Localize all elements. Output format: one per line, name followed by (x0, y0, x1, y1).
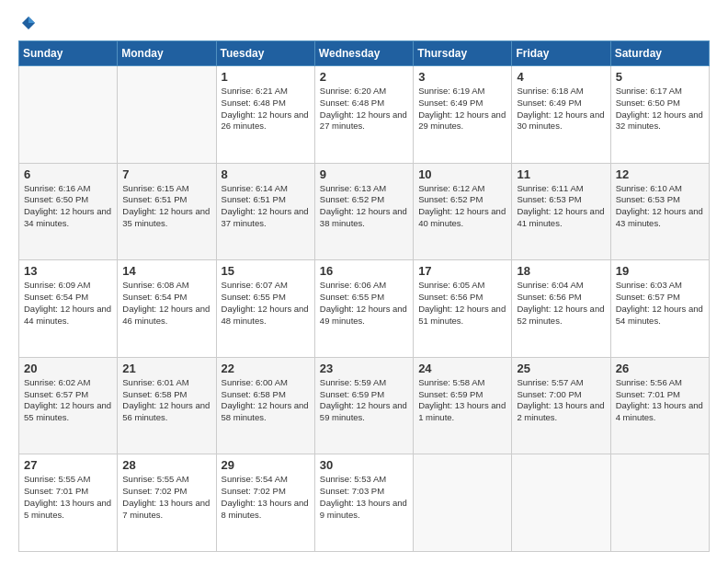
day-number: 3 (418, 70, 507, 84)
day-number: 17 (418, 264, 507, 278)
cell-info: Sunrise: 6:12 AM Sunset: 6:52 PM Dayligh… (418, 183, 507, 230)
calendar-cell: 13Sunrise: 6:09 AM Sunset: 6:54 PM Dayli… (19, 260, 118, 358)
day-number: 10 (418, 167, 507, 181)
cell-info: Sunrise: 6:13 AM Sunset: 6:52 PM Dayligh… (320, 183, 409, 230)
cell-info: Sunrise: 6:21 AM Sunset: 6:48 PM Dayligh… (222, 86, 311, 132)
cell-info: Sunrise: 6:02 AM Sunset: 6:57 PM Dayligh… (24, 377, 113, 424)
day-number: 28 (122, 458, 211, 472)
day-number: 24 (418, 362, 507, 375)
day-number: 1 (222, 70, 311, 84)
day-number: 29 (222, 458, 311, 472)
calendar-cell: 20Sunrise: 6:02 AM Sunset: 6:57 PM Dayli… (19, 357, 118, 454)
day-number: 25 (517, 362, 606, 375)
calendar-cell: 11Sunrise: 6:11 AM Sunset: 6:53 PM Dayli… (512, 163, 610, 260)
day-number: 23 (320, 362, 409, 375)
cell-info: Sunrise: 6:19 AM Sunset: 6:49 PM Dayligh… (418, 86, 507, 132)
calendar-cell (512, 454, 610, 552)
day-number: 21 (122, 362, 211, 375)
calendar-cell: 22Sunrise: 6:00 AM Sunset: 6:58 PM Dayli… (216, 357, 314, 454)
cell-info: Sunrise: 6:15 AM Sunset: 6:51 PM Dayligh… (122, 183, 211, 230)
calendar-cell: 19Sunrise: 6:03 AM Sunset: 6:57 PM Dayli… (610, 260, 709, 358)
calendar-cell: 7Sunrise: 6:15 AM Sunset: 6:51 PM Daylig… (118, 163, 216, 260)
header (18, 15, 710, 31)
calendar-cell: 5Sunrise: 6:17 AM Sunset: 6:50 PM Daylig… (610, 66, 709, 164)
day-number: 13 (24, 264, 113, 278)
calendar-cell: 18Sunrise: 6:04 AM Sunset: 6:56 PM Dayli… (512, 260, 610, 358)
col-header-saturday: Saturday (610, 41, 709, 66)
calendar-cell (19, 66, 118, 164)
day-number: 16 (320, 264, 409, 278)
day-number: 2 (320, 70, 409, 84)
calendar-cell: 4Sunrise: 6:18 AM Sunset: 6:49 PM Daylig… (512, 66, 610, 164)
calendar-week-row: 6Sunrise: 6:16 AM Sunset: 6:50 PM Daylig… (19, 163, 710, 260)
day-number: 5 (616, 70, 705, 84)
cell-info: Sunrise: 6:01 AM Sunset: 6:58 PM Dayligh… (122, 377, 211, 424)
calendar-cell: 26Sunrise: 5:56 AM Sunset: 7:01 PM Dayli… (610, 357, 709, 454)
cell-info: Sunrise: 5:56 AM Sunset: 7:01 PM Dayligh… (616, 377, 705, 424)
cell-info: Sunrise: 5:54 AM Sunset: 7:02 PM Dayligh… (222, 474, 311, 521)
calendar-week-row: 13Sunrise: 6:09 AM Sunset: 6:54 PM Dayli… (19, 260, 710, 358)
day-number: 18 (517, 264, 606, 278)
day-number: 30 (320, 458, 409, 472)
calendar-week-row: 1Sunrise: 6:21 AM Sunset: 6:48 PM Daylig… (19, 66, 710, 164)
col-header-friday: Friday (512, 41, 610, 66)
svg-marker-1 (28, 17, 35, 23)
day-number: 22 (222, 362, 311, 375)
col-header-wednesday: Wednesday (314, 41, 413, 66)
cell-info: Sunrise: 6:03 AM Sunset: 6:57 PM Dayligh… (616, 280, 705, 327)
day-number: 6 (24, 167, 113, 181)
cell-info: Sunrise: 5:55 AM Sunset: 7:01 PM Dayligh… (24, 474, 113, 521)
calendar-cell: 9Sunrise: 6:13 AM Sunset: 6:52 PM Daylig… (314, 163, 413, 260)
cell-info: Sunrise: 6:20 AM Sunset: 6:48 PM Dayligh… (320, 86, 409, 132)
calendar-cell: 1Sunrise: 6:21 AM Sunset: 6:48 PM Daylig… (216, 66, 314, 164)
cell-info: Sunrise: 5:59 AM Sunset: 6:59 PM Dayligh… (320, 377, 409, 424)
calendar-cell (610, 454, 709, 552)
logo (18, 15, 39, 31)
calendar-cell: 8Sunrise: 6:14 AM Sunset: 6:51 PM Daylig… (216, 163, 314, 260)
calendar-cell: 14Sunrise: 6:08 AM Sunset: 6:54 PM Dayli… (118, 260, 216, 358)
calendar-week-row: 20Sunrise: 6:02 AM Sunset: 6:57 PM Dayli… (19, 357, 710, 454)
day-number: 12 (616, 167, 705, 181)
calendar-cell: 30Sunrise: 5:53 AM Sunset: 7:03 PM Dayli… (314, 454, 413, 552)
day-number: 7 (122, 167, 211, 181)
day-number: 26 (616, 362, 705, 375)
calendar-cell (414, 454, 512, 552)
calendar-cell: 27Sunrise: 5:55 AM Sunset: 7:01 PM Dayli… (19, 454, 118, 552)
cell-info: Sunrise: 6:08 AM Sunset: 6:54 PM Dayligh… (122, 280, 211, 327)
day-number: 9 (320, 167, 409, 181)
calendar-cell (118, 66, 216, 164)
cell-info: Sunrise: 5:57 AM Sunset: 7:00 PM Dayligh… (517, 377, 606, 424)
calendar-cell: 2Sunrise: 6:20 AM Sunset: 6:48 PM Daylig… (314, 66, 413, 164)
day-number: 15 (222, 264, 311, 278)
cell-info: Sunrise: 6:04 AM Sunset: 6:56 PM Dayligh… (517, 280, 606, 327)
calendar-table: SundayMondayTuesdayWednesdayThursdayFrid… (18, 40, 710, 552)
logo-icon (20, 15, 37, 31)
day-number: 14 (122, 264, 211, 278)
cell-info: Sunrise: 5:55 AM Sunset: 7:02 PM Dayligh… (122, 474, 211, 521)
calendar-cell: 12Sunrise: 6:10 AM Sunset: 6:53 PM Dayli… (610, 163, 709, 260)
calendar-cell: 25Sunrise: 5:57 AM Sunset: 7:00 PM Dayli… (512, 357, 610, 454)
calendar-cell: 28Sunrise: 5:55 AM Sunset: 7:02 PM Dayli… (118, 454, 216, 552)
calendar-cell: 17Sunrise: 6:05 AM Sunset: 6:56 PM Dayli… (414, 260, 512, 358)
calendar-cell: 6Sunrise: 6:16 AM Sunset: 6:50 PM Daylig… (19, 163, 118, 260)
cell-info: Sunrise: 6:00 AM Sunset: 6:58 PM Dayligh… (222, 377, 311, 424)
day-number: 4 (517, 70, 606, 84)
cell-info: Sunrise: 6:05 AM Sunset: 6:56 PM Dayligh… (418, 280, 507, 327)
col-header-sunday: Sunday (19, 41, 118, 66)
calendar-cell: 15Sunrise: 6:07 AM Sunset: 6:55 PM Dayli… (216, 260, 314, 358)
cell-info: Sunrise: 6:18 AM Sunset: 6:49 PM Dayligh… (517, 86, 606, 132)
day-number: 27 (24, 458, 113, 472)
calendar-cell: 23Sunrise: 5:59 AM Sunset: 6:59 PM Dayli… (314, 357, 413, 454)
cell-info: Sunrise: 5:58 AM Sunset: 6:59 PM Dayligh… (418, 377, 507, 424)
page: SundayMondayTuesdayWednesdayThursdayFrid… (0, 0, 728, 563)
col-header-thursday: Thursday (414, 41, 512, 66)
col-header-monday: Monday (118, 41, 216, 66)
calendar-cell: 24Sunrise: 5:58 AM Sunset: 6:59 PM Dayli… (414, 357, 512, 454)
cell-info: Sunrise: 6:17 AM Sunset: 6:50 PM Dayligh… (616, 86, 705, 132)
cell-info: Sunrise: 5:53 AM Sunset: 7:03 PM Dayligh… (320, 474, 409, 521)
cell-info: Sunrise: 6:11 AM Sunset: 6:53 PM Dayligh… (517, 183, 606, 230)
col-header-tuesday: Tuesday (216, 41, 314, 66)
calendar-header-row: SundayMondayTuesdayWednesdayThursdayFrid… (19, 41, 710, 66)
calendar-cell: 21Sunrise: 6:01 AM Sunset: 6:58 PM Dayli… (118, 357, 216, 454)
calendar-cell: 29Sunrise: 5:54 AM Sunset: 7:02 PM Dayli… (216, 454, 314, 552)
